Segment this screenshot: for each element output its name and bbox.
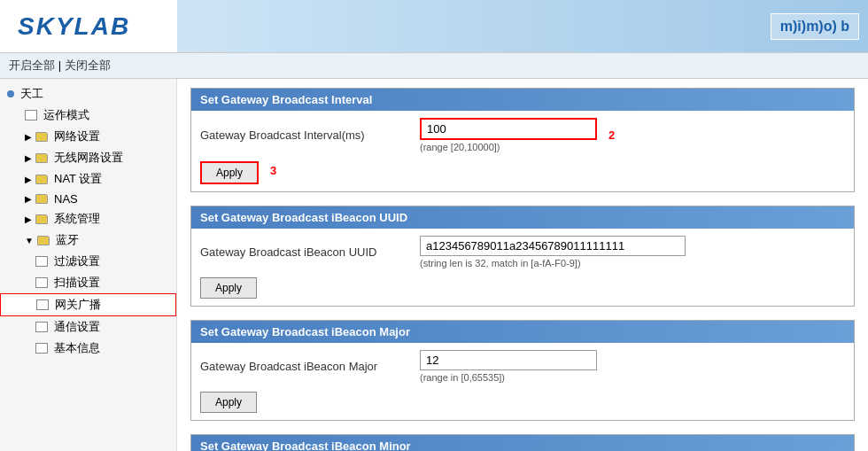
close-all-link[interactable]: 关闭全部 <box>65 58 111 72</box>
page-icon <box>25 110 37 121</box>
header: SKYLAB m)i)m)o) b <box>0 0 868 53</box>
sidebar-label: 基本信息 <box>54 340 100 356</box>
sidebar-label: 网络设置 <box>54 128 100 144</box>
section-ibeacon-uuid: Set Gateway Broadcast iBeacon UUID Gatew… <box>190 206 855 307</box>
section-title-major: Set Gateway Broadcast iBeacon Major <box>191 321 854 343</box>
sidebar: 天工 运作模式 ▶ 网络设置 ▶ 无线网路设置 ▶ NAT 设置 ▶ N <box>0 79 177 451</box>
sidebar-label: NAT 设置 <box>54 171 102 187</box>
section-title-minor: Set Gateway Broadcast iBeacon Minor <box>191 435 854 451</box>
form-field-uuid: (string len is 32, match in [a-fA-F0-9]) <box>420 236 686 268</box>
page-icon <box>35 277 48 288</box>
uuid-hint: (string len is 32, match in [a-fA-F0-9]) <box>420 258 686 268</box>
dot-icon <box>7 90 14 97</box>
sidebar-item-guolvshezhi[interactable]: 过滤设置 <box>0 251 176 272</box>
section-body-major: Gateway Broadcast iBeacon Major (range i… <box>191 343 854 420</box>
major-input[interactable] <box>420 350 597 370</box>
sidebar-item-nas[interactable]: ▶ NAS <box>0 190 176 208</box>
sidebar-item-wangluoshezhi[interactable]: ▶ 网络设置 <box>0 126 176 147</box>
interval-hint: (range [20,10000]) <box>420 142 597 152</box>
section-ibeacon-minor: Set Gateway Broadcast iBeacon Minor Gate… <box>190 434 855 451</box>
section-title-uuid: Set Gateway Broadcast iBeacon UUID <box>191 206 854 229</box>
folder-icon <box>35 175 48 184</box>
apply-button-interval[interactable]: Apply <box>200 161 259 184</box>
mimo-badge: m)i)m)o) b <box>771 13 859 40</box>
sidebar-label: 扫描设置 <box>54 275 100 291</box>
section-ibeacon-major: Set Gateway Broadcast iBeacon Major Gate… <box>190 320 855 421</box>
expand-icon: ▼ <box>25 236 34 245</box>
page-icon <box>35 343 48 354</box>
form-row-uuid: Gateway Broadcast iBeacon UUID (string l… <box>200 236 845 268</box>
sidebar-item-tianggong[interactable]: 天工 <box>0 83 176 105</box>
form-label-major: Gateway Broadcast iBeacon Major <box>200 360 413 373</box>
sidebar-item-tongxinshezhi[interactable]: 通信设置 <box>0 316 176 338</box>
sidebar-label: 天工 <box>20 86 43 102</box>
sidebar-label: 系统管理 <box>54 211 100 227</box>
folder-icon <box>35 132 48 142</box>
form-label-interval: Gateway Broadcast Interval(ms) <box>200 128 413 142</box>
section-title-broadcast-interval: Set Gateway Broadcast Interval <box>191 89 854 111</box>
sidebar-item-lanya[interactable]: ▼ 蓝牙 <box>0 229 176 251</box>
page-icon <box>35 322 48 332</box>
sidebar-item-nat[interactable]: ▶ NAT 设置 <box>0 168 176 190</box>
folder-icon <box>35 153 48 163</box>
annotation-3: 3 <box>270 164 276 177</box>
sidebar-label: 通信设置 <box>54 319 100 335</box>
annotation-2: 2 <box>608 128 615 142</box>
separator: | <box>58 58 65 72</box>
logo-text: SKYLAB <box>18 12 159 41</box>
sidebar-item-xitongguanli[interactable]: ▶ 系统管理 <box>0 208 176 229</box>
apply-button-major[interactable]: Apply <box>200 392 257 413</box>
section-body-uuid: Gateway Broadcast iBeacon UUID (string l… <box>191 229 854 306</box>
expand-icon: ▶ <box>25 132 32 142</box>
form-label-uuid: Gateway Broadcast iBeacon UUID <box>200 245 413 259</box>
folder-icon <box>37 236 50 245</box>
form-field-interval: (range [20,10000]) <box>420 118 597 152</box>
top-controls: 开启全部 | 关闭全部 <box>0 53 868 79</box>
page-icon <box>35 256 48 267</box>
section-body-broadcast-interval: Gateway Broadcast Interval(ms) (range [2… <box>191 111 854 191</box>
section-broadcast-interval: Set Gateway Broadcast Interval Gateway B… <box>190 88 855 192</box>
open-all-link[interactable]: 开启全部 <box>9 58 55 72</box>
form-row-major: Gateway Broadcast iBeacon Major (range i… <box>200 350 845 383</box>
page-icon <box>36 299 49 310</box>
expand-icon: ▶ <box>25 214 32 224</box>
sidebar-item-jibenshinxi[interactable]: 基本信息 <box>0 338 176 359</box>
sidebar-label: NAS <box>54 192 78 206</box>
content-area: Set Gateway Broadcast Interval Gateway B… <box>177 79 868 451</box>
header-right: m)i)m)o) b <box>177 0 868 52</box>
main-layout: 天工 运作模式 ▶ 网络设置 ▶ 无线网路设置 ▶ NAT 设置 ▶ N <box>0 79 868 451</box>
expand-icon: ▶ <box>25 194 32 204</box>
sidebar-item-yuanzuomoshi[interactable]: 运作模式 <box>0 105 176 126</box>
expand-icon: ▶ <box>25 175 32 184</box>
uuid-input[interactable] <box>420 236 686 256</box>
sidebar-label: 过滤设置 <box>54 253 100 269</box>
sidebar-item-saomiaoshezhi[interactable]: 扫描设置 <box>0 272 176 293</box>
sidebar-label: 蓝牙 <box>56 232 79 248</box>
interval-input[interactable] <box>420 118 597 140</box>
expand-icon: ▶ <box>25 153 32 163</box>
major-hint: (range in [0,65535]) <box>420 372 597 383</box>
sidebar-item-wuxianwangluo[interactable]: ▶ 无线网路设置 <box>0 147 176 168</box>
sidebar-item-wangguangbo[interactable]: 网关广播 1 <box>0 293 176 316</box>
sidebar-label: 无线网路设置 <box>54 150 123 166</box>
sidebar-label: 运作模式 <box>43 107 89 123</box>
form-row-interval: Gateway Broadcast Interval(ms) (range [2… <box>200 118 845 152</box>
form-field-major: (range in [0,65535]) <box>420 350 597 383</box>
sidebar-label: 网关广播 <box>55 297 101 313</box>
logo: SKYLAB <box>0 4 177 50</box>
folder-icon <box>35 214 48 224</box>
folder-icon <box>35 194 48 204</box>
apply-button-uuid[interactable]: Apply <box>200 277 257 299</box>
